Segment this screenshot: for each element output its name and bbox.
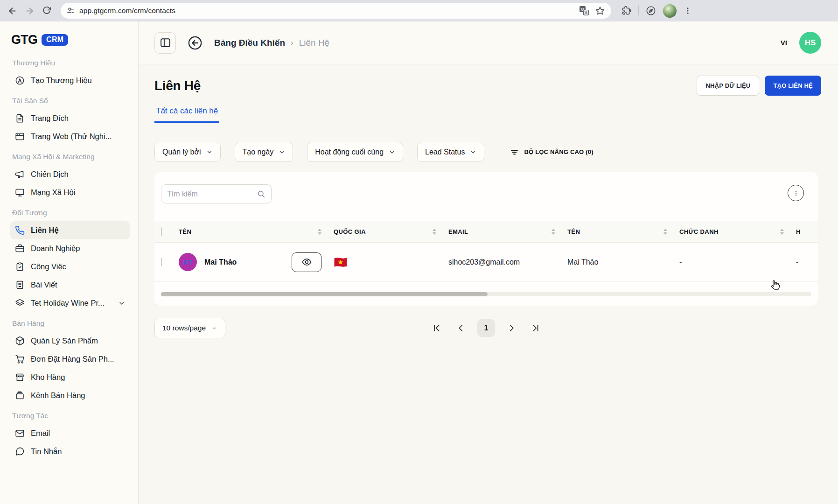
next-page-button[interactable] [503,320,519,336]
filter-lines-icon [510,147,519,156]
table-options-button[interactable] [788,185,804,201]
logo-text: GTG [11,33,37,47]
sidebar-item-create-brand[interactable]: Tạo Thương Hiệu [10,71,130,90]
briefcase-icon [14,244,25,253]
breadcrumb-dashboard[interactable]: Bảng Điều Khiển [214,38,285,48]
sort-icon[interactable] [318,229,321,235]
sidebar-item-companies[interactable]: Doanh Nghiệp [10,239,130,258]
sidebar-item-label: Liên Hệ [31,226,59,235]
column-header-country[interactable]: QUỐC GIA [334,228,448,235]
chevron-down-icon [279,149,285,155]
filter-lead-status[interactable]: Lead Status [417,142,484,162]
import-data-button[interactable]: NHẬP DỮ LIỆU [697,76,759,96]
sidebar-item-label: Doanh Nghiệp [31,244,80,253]
sidebar-item-product-orders[interactable]: Đơn Đặt Hàng Sản Ph... [10,350,130,368]
sort-icon[interactable] [780,229,784,235]
scrollbar-thumb[interactable] [161,292,488,296]
sidebar-item-messages[interactable]: Tin Nhắn [10,442,130,461]
sidebar-item-label: Email [31,429,50,438]
user-avatar[interactable]: HS [799,32,821,54]
filter-last-activity[interactable]: Hoạt động cuối cùng [307,142,403,162]
extensions-icon[interactable] [622,6,631,16]
sidebar-item-website[interactable]: Trang Web (Thử Nghi... [10,127,130,146]
sidebar-item-email[interactable]: Email [10,424,130,442]
sidebar-item-label: Trang Web (Thử Nghi... [31,132,112,141]
column-header-cutoff[interactable]: H [796,228,811,235]
preview-button[interactable] [292,252,321,272]
tab-all-contacts[interactable]: Tất cả các liên hệ [154,104,219,123]
sidebar-section-social-marketing: Mạng Xã Hội & Marketing [10,146,130,165]
sort-icon[interactable] [552,229,555,235]
rows-per-page-select[interactable]: 10 rows/page [154,318,225,338]
sort-icon[interactable] [433,229,436,235]
url-bar[interactable]: app.gtgcrm.com/crm/contacts G 文 [61,3,611,19]
select-all-checkbox[interactable] [161,227,162,236]
last-page-button[interactable] [528,320,544,336]
browser-reload-icon[interactable] [42,6,51,15]
filter-label: Lead Status [425,148,465,156]
sidebar-toggle-button[interactable] [154,32,176,54]
sidebar-item-contacts[interactable]: Liên Hệ [10,221,130,239]
column-label: H [796,228,801,235]
contact-job-title: - [679,258,796,266]
site-settings-icon[interactable] [66,7,75,15]
sort-icon[interactable] [663,229,667,235]
create-contact-button[interactable]: TẠO LIÊN HỆ [765,76,821,96]
browser-menu-icon[interactable] [684,7,692,15]
first-page-button[interactable] [429,320,445,336]
contact-last-col: - [796,258,811,266]
sidebar-item-product-management[interactable]: Quản Lý Sản Phẩm [10,332,130,350]
mail-icon [14,428,25,438]
clipboard-check-icon [14,262,25,272]
current-page[interactable]: 1 [477,319,495,337]
browser-back-icon[interactable] [7,6,17,16]
sidebar-item-tet-holiday-wine[interactable]: Tet Holiday Wine Pr... [10,294,130,312]
horizontal-scrollbar[interactable] [161,292,811,296]
sidebar-item-social-media[interactable]: Mạng Xã Hội [10,183,130,202]
filter-label: Tạo ngày [243,148,274,156]
filter-created-date[interactable]: Tạo ngày [235,142,293,162]
contacts-table-card: TÊN QUỐC GIA EMAIL TÊN [154,172,818,306]
bookmark-star-icon[interactable] [595,6,605,15]
search-input[interactable] [167,190,253,198]
sidebar-section-interaction: Tương Tác [10,405,130,424]
sidebar-item-label: Bài Viết [31,280,57,289]
column-header-job-title[interactable]: CHỨC DANH [679,228,796,235]
back-button[interactable] [187,35,203,51]
phone-icon [14,225,25,235]
sidebar-item-campaigns[interactable]: Chiến Dịch [10,165,130,183]
sidebar-item-label: Chiến Dịch [31,170,69,179]
sidebar-item-articles[interactable]: Bài Viết [10,276,130,294]
sidebar-section-digital-assets: Tài Sản Số [10,90,130,109]
translate-char: 文 [583,10,589,15]
search-box[interactable] [161,184,272,203]
row-checkbox[interactable] [161,258,162,266]
table-row[interactable]: MT Mai Thảo sihoc203@gmail.com Mai Thảo … [154,243,818,282]
sidebar-item-landing-page[interactable]: Trang Đích [10,109,130,127]
previous-page-button[interactable] [453,320,469,336]
sidebar-item-label: Tạo Thương Hiệu [31,76,92,85]
column-header-name2[interactable]: TÊN [567,228,679,235]
browser-profile-avatar[interactable] [663,4,677,18]
sidebar-item-sales-channels[interactable]: Kênh Bán Hàng [10,386,130,405]
language-selector[interactable]: VI [781,39,787,47]
translate-icon[interactable]: G 文 [580,6,589,15]
chevron-down-icon[interactable] [118,300,126,307]
layers-icon [14,298,25,308]
table-header-row: TÊN QUỐC GIA EMAIL TÊN [154,221,818,243]
brand-icon [14,76,25,85]
energy-saver-icon[interactable] [646,6,656,16]
contact-name[interactable]: Mai Thảo [204,258,237,266]
filter-managed-by[interactable]: Quản lý bởi [154,142,221,162]
sidebar-item-warehouse[interactable]: Kho Hàng [10,368,130,386]
sidebar-item-tasks[interactable]: Công Việc [10,258,130,276]
chat-bubble-icon [14,447,25,456]
browser-forward-icon[interactable] [25,6,35,16]
column-header-email[interactable]: EMAIL [448,228,567,235]
sidebar-section-brand: Thương Hiệu [10,52,130,71]
column-label: TÊN [567,228,580,235]
advanced-filter-button[interactable]: BỘ LỌC NÂNG CAO (0) [510,147,593,156]
browser-window-icon [14,132,25,141]
column-header-name[interactable]: TÊN [179,228,334,235]
app-logo[interactable]: GTG CRM [10,29,130,52]
